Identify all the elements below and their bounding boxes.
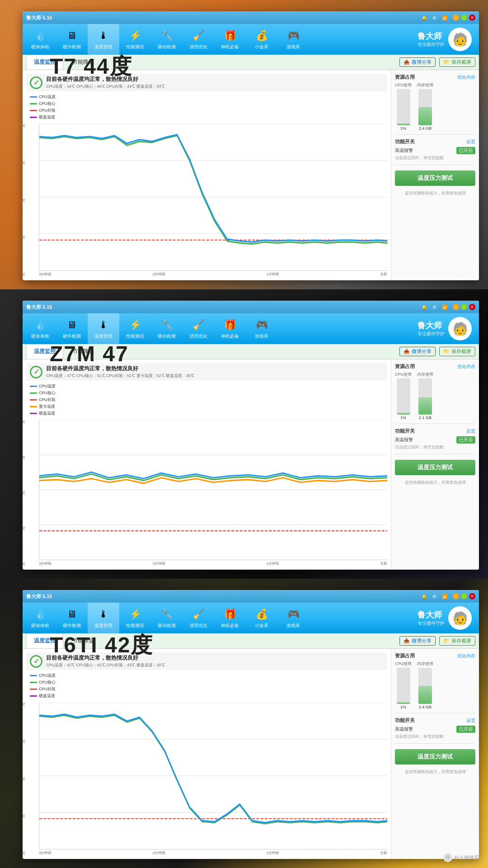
mem-bar-outer	[418, 378, 432, 415]
optimize-link[interactable]: 优化内存	[457, 363, 475, 370]
mem-bar-label: 内存使用	[417, 661, 433, 667]
nav-item-7[interactable]: 💰 小金库	[246, 24, 277, 55]
nav-label-4: 驱动检测	[158, 623, 176, 629]
chart-graph	[39, 124, 387, 271]
func-setting-link[interactable]: 设置	[466, 428, 475, 434]
sub-tab-0[interactable]: 温度监控	[26, 633, 63, 648]
legend-color-1	[30, 103, 37, 104]
temp-test-button[interactable]: 温度压力测试	[395, 460, 475, 475]
sub-tab-1[interactable]: 节能降温	[65, 55, 101, 70]
minimize-button[interactable]: ─	[453, 14, 459, 21]
nav-item-3[interactable]: ⚡ 性能测试	[119, 313, 151, 344]
divider-2	[395, 454, 475, 454]
close-button[interactable]: ✕	[469, 14, 475, 21]
func-section: 功能开关 设置 高温报警 已开启 当温度过高时，将管您提醒	[395, 717, 475, 740]
main-content: ✓ 目前各硬件温度均正常，散热情况良好 CPU温度：42℃ CPU核心：42℃ …	[23, 649, 479, 859]
maximize-button[interactable]: □	[461, 304, 467, 310]
nav-item-5[interactable]: 🧹 清理优化	[183, 603, 214, 633]
share-button[interactable]: 📤 微博分享	[399, 57, 436, 67]
legend-item-1: CPU核心	[30, 101, 387, 107]
share-button[interactable]: 📤 微博分享	[399, 636, 436, 646]
resource-bars: CPU使用 1% 内存使用 2.	[395, 82, 475, 131]
mem-bar-block: 内存使用 2.4 GB	[417, 661, 433, 709]
nav-item-3[interactable]: ⚡ 性能测试	[119, 24, 151, 55]
nav-item-5[interactable]: 🧹 清理优化	[183, 24, 214, 55]
temp-test-button[interactable]: 温度压力测试	[395, 170, 475, 186]
cpu-bar-label: CPU使用	[395, 661, 412, 667]
func-alert-desc: 当温度过高时，将管您提醒	[395, 734, 475, 740]
nav-item-2[interactable]: 🌡 温度管理	[88, 313, 119, 344]
status-text-block: 目前各硬件温度均正常，散热情况良好 CPU温度：47℃ CPU核心：51℃ CP…	[46, 365, 194, 379]
maximize-button[interactable]: □	[461, 593, 467, 599]
nav-item-5[interactable]: 🧹 清理优化	[183, 313, 214, 344]
nav-label-4: 驱动检测	[158, 44, 176, 50]
share-button[interactable]: 📤 微博分享	[399, 347, 436, 356]
nav-item-0[interactable]: 💧 硬体体检	[24, 24, 56, 55]
nav-label-6: 神机必备	[221, 44, 239, 50]
temp-test-button[interactable]: 温度压力测试	[395, 749, 475, 764]
nav-icon-0: 💧	[33, 28, 47, 43]
chart-x-labels: 3分钟前2分钟前1分钟前当前	[39, 850, 387, 855]
maximize-button[interactable]: □	[461, 14, 467, 21]
cpu-bar-outer	[397, 378, 410, 415]
cpu-bar-value: 1%	[400, 126, 406, 131]
func-setting-link[interactable]: 设置	[466, 717, 475, 724]
close-button[interactable]: ✕	[469, 593, 475, 599]
minimize-button[interactable]: ─	[453, 593, 459, 599]
legend-label-2: CPU封装	[39, 108, 56, 113]
nav-item-1[interactable]: 🖥 硬件检测	[56, 603, 88, 633]
nav-item-7[interactable]: 💰 小金库	[246, 603, 277, 633]
weibo-icon: 📤	[404, 349, 410, 354]
nav-item-7[interactable]: 🎮 游戏库	[246, 313, 277, 344]
func-section: 功能开关 设置 高温报警 已开启 当温度过高时，将管您提醒	[395, 428, 475, 450]
status-text-block: 目前各硬件温度均正常，散热情况良好 CPU温度：42℃ CPU核心：42℃ CP…	[46, 654, 165, 668]
nav-item-8[interactable]: 🎮 游戏库	[277, 603, 309, 633]
nav-item-2[interactable]: 🌡 温度管理	[88, 603, 119, 633]
cpu-bar-block: CPU使用 1%	[395, 82, 412, 131]
nav-item-6[interactable]: 🎁 神机必备	[214, 313, 246, 344]
nav-item-4[interactable]: 🔧 驱动检测	[151, 603, 183, 633]
nav-item-1[interactable]: 🖥 硬件检测	[56, 313, 88, 344]
nav-item-2[interactable]: 🌡 温度管理	[88, 24, 119, 55]
nav-item-4[interactable]: 🔧 驱动检测	[151, 24, 183, 55]
nav-icon-5: 🧹	[191, 607, 206, 622]
sub-tab-0[interactable]: 温度监控	[26, 344, 63, 359]
sub-tab-1[interactable]: 节能降温	[65, 633, 101, 648]
status-bar: ✓ 目前各硬件温度均正常，散热情况良好 CPU温度：42℃ CPU核心：42℃ …	[26, 652, 387, 670]
sub-tab-0[interactable]: 温度监控	[26, 55, 63, 70]
legend-color-0	[30, 675, 37, 676]
close-button[interactable]: ✕	[469, 304, 475, 310]
nav-icon-6: 🎁	[223, 28, 237, 43]
footer-text: 什么值得买	[454, 854, 479, 861]
optimize-link[interactable]: 优化内存	[457, 653, 475, 659]
cpu-bar-value: 1%	[400, 705, 406, 709]
optimize-link[interactable]: 优化内存	[457, 74, 475, 80]
save-button[interactable]: 📁 保存截屏	[439, 57, 475, 67]
app-title: 鲁大师 5.15	[26, 304, 52, 311]
func-alert-badge: 已开启	[456, 726, 475, 733]
nav-item-0[interactable]: 💧 硬体体检	[24, 603, 56, 633]
sub-tab-1[interactable]: 节能降温	[65, 344, 101, 359]
nav-item-1[interactable]: 🖥 硬件检测	[56, 24, 88, 55]
nav-item-0[interactable]: 💧 硬体体检	[24, 313, 56, 344]
settings-icon: ⚙	[432, 305, 436, 310]
legend-item-3: 硬盘温度	[30, 693, 387, 699]
nav-label-3: 性能测试	[126, 623, 144, 629]
share-label: 微博分享	[412, 637, 432, 644]
nav-item-6[interactable]: 🎁 神机必备	[214, 24, 246, 55]
mem-bar-inner	[418, 686, 432, 704]
minimize-button[interactable]: ─	[453, 304, 459, 310]
status-detail-text: CPU温度：47℃ CPU核心：51℃ CPU封装：51℃ 显卡温度：52℃ 硬…	[46, 373, 194, 379]
save-button[interactable]: 📁 保存截屏	[439, 636, 475, 646]
nav-item-4[interactable]: 🔧 驱动检测	[151, 313, 183, 344]
nav-item-6[interactable]: 🎁 神机必备	[214, 603, 246, 633]
legend-item-2: CPU封装	[30, 686, 387, 692]
nav-item-3[interactable]: ⚡ 性能测试	[119, 603, 151, 633]
sub-tab-right: 📤 微博分享 📁 保存截屏	[399, 55, 475, 70]
nav-item-8[interactable]: 🎮 游戏库	[277, 24, 309, 55]
func-setting-link[interactable]: 设置	[466, 139, 475, 145]
legend-color-3	[30, 406, 37, 407]
save-button[interactable]: 📁 保存截屏	[439, 347, 475, 356]
status-main-text: 目前各硬件温度均正常，散热情况良好	[46, 75, 165, 83]
legend-color-3	[30, 695, 37, 697]
